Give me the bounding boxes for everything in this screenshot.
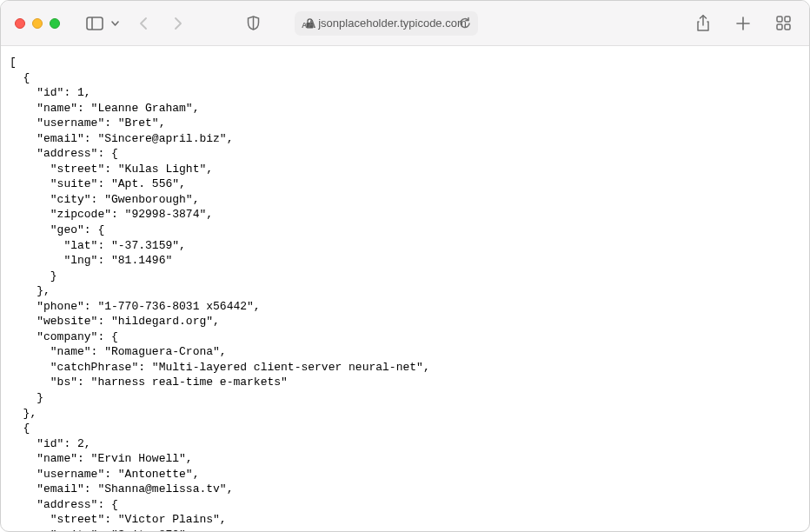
- browser-toolbar: A A jsonplaceholder.typicode.com: [1, 1, 809, 46]
- plus-icon: [736, 17, 750, 30]
- maximize-window-button[interactable]: [50, 18, 60, 29]
- svg-text:A: A: [308, 18, 316, 29]
- svg-text:A: A: [302, 21, 308, 29]
- chevron-down-icon: [111, 21, 119, 26]
- tab-overview-button[interactable]: [771, 13, 795, 34]
- close-window-button[interactable]: [15, 18, 25, 29]
- share-icon: [696, 15, 710, 32]
- url-text: jsonplaceholder.typicode.com: [318, 17, 467, 30]
- svg-rect-8: [785, 17, 790, 22]
- address-content: jsonplaceholder.typicode.com: [306, 17, 467, 30]
- address-bar[interactable]: A A jsonplaceholder.typicode.com: [295, 11, 478, 36]
- new-tab-button[interactable]: [731, 13, 755, 34]
- back-button[interactable]: [131, 13, 156, 34]
- share-button[interactable]: [691, 13, 715, 34]
- svg-rect-7: [777, 17, 782, 22]
- sidebar-dropdown-button[interactable]: [109, 13, 121, 34]
- svg-rect-0: [87, 17, 103, 30]
- minimize-window-button[interactable]: [32, 18, 43, 29]
- window-controls: [15, 18, 60, 29]
- svg-rect-10: [785, 24, 790, 30]
- sidebar-toggle-button[interactable]: [83, 13, 107, 34]
- forward-button[interactable]: [166, 13, 190, 34]
- shield-icon: [247, 16, 260, 30]
- chevron-right-icon: [174, 17, 183, 30]
- tab-grid-icon: [776, 16, 791, 30]
- text-size-icon: A A: [302, 18, 316, 29]
- privacy-report-button[interactable]: [241, 13, 265, 34]
- svg-rect-9: [777, 24, 782, 30]
- chevron-left-icon: [139, 17, 148, 30]
- sidebar-icon: [86, 17, 103, 30]
- reader-format-button[interactable]: A A: [300, 13, 317, 34]
- reload-button[interactable]: [459, 17, 471, 30]
- json-response-body[interactable]: [ { "id": 1, "name": "Leanne Graham", "u…: [1, 46, 809, 532]
- reload-icon: [459, 17, 471, 30]
